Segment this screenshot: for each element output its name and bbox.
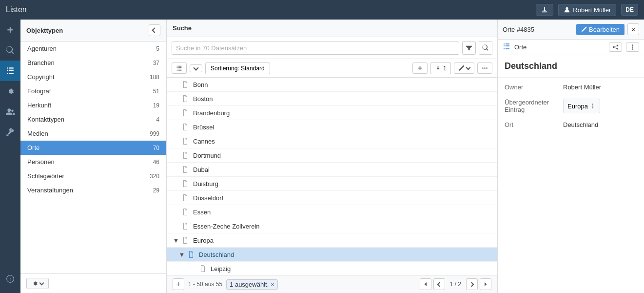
clear-selection-button[interactable]: × [271,281,274,288]
detail-field-dropdown[interactable]: Europa [563,99,600,113]
detail-share-button[interactable] [609,42,622,52]
list-item[interactable]: Düsseldorf [167,191,497,205]
objtype-item[interactable]: Kontakttypen4 [20,112,166,126]
collapse-toggle[interactable]: ▼ [173,237,179,244]
more-button[interactable] [477,63,492,74]
main-layout: Objekttypen Agenturen5Branchen37Copyrigh… [0,20,644,293]
edit-detail-button[interactable]: Bearbeiten [576,24,624,35]
objtype-item[interactable]: Herkunft19 [20,98,166,112]
sidebar-item-people[interactable] [0,102,20,122]
toolbar-right: 1 [412,62,492,74]
objtype-item-count: 999 [150,130,159,137]
objtype-item[interactable]: Copyright188 [20,70,166,84]
objtype-item-label: Veranstaltungen [27,187,73,194]
sidebar-item-add[interactable] [0,20,20,40]
no-toggle [173,180,179,187]
objtype-collapse-button[interactable] [149,24,160,36]
settings-dropdown-button[interactable] [26,278,49,289]
detail-field-dropdown-value: Europa [567,103,588,110]
objtype-item-label: Branchen [27,59,55,66]
list-detail-icon [503,42,510,52]
svg-point-6 [632,48,633,49]
chevron-down-toolbar-button[interactable] [190,64,202,72]
list-item[interactable]: Bonn [167,78,497,92]
objtype-item[interactable]: Fotograf51 [20,84,166,98]
svg-point-0 [566,7,568,10]
list-item[interactable]: Brüssel [167,120,497,134]
list-item[interactable]: Essen-Zeche Zollverein [167,219,497,233]
list-item[interactable]: Brandenburg [167,106,497,120]
sidebar-item-list[interactable] [0,61,20,81]
file-icon [181,109,189,117]
icon-sidebar [0,20,20,293]
no-toggle [173,194,179,201]
objtype-item[interactable]: Personen46 [20,155,166,169]
chevron-down-icon [193,65,198,70]
user-label: Robert Müller [573,6,611,14]
file-icon [181,95,189,103]
list-item-label: Brandenburg [193,109,230,117]
list-item[interactable]: Duisburg [167,177,497,191]
edit-detail-label: Bearbeiten [589,26,620,33]
objtype-item[interactable]: Schlagwörter320 [20,169,166,183]
sort-button[interactable]: Sortierung: Standard [205,63,270,74]
objtype-item-label: Personen [27,158,55,166]
list-item-label: Europa [193,237,214,244]
list-item[interactable]: Leipzig [167,262,497,275]
list-item-label: Deutschland [199,251,234,258]
sidebar-item-tools[interactable] [0,122,20,143]
objtype-panel: Objekttypen Agenturen5Branchen37Copyrigh… [20,20,167,293]
list-item-label: Bonn [193,81,208,88]
list-item-label: Essen [193,209,211,216]
first-page-button[interactable] [420,278,431,290]
search-button[interactable] [479,41,492,55]
sidebar-item-info[interactable] [0,269,20,289]
svg-point-4 [632,44,633,45]
sidebar-item-search[interactable] [0,40,20,61]
download-count-button[interactable]: 1 [430,62,451,74]
file-icon [181,236,189,244]
lang-button[interactable]: DE [621,4,638,16]
file-icon [181,81,189,88]
search-header: Suche [167,20,497,37]
list-item[interactable]: Boston [167,92,497,106]
sidebar-item-settings[interactable] [0,81,20,102]
list-item[interactable]: ▼ Deutschland [167,248,497,262]
objtype-item[interactable]: Veranstaltungen29 [20,183,166,197]
objtype-item-label: Kontakttypen [27,116,64,123]
search-input[interactable] [172,42,459,55]
detail-more-button[interactable] [626,42,639,52]
svg-point-7 [592,104,593,105]
add-record-button[interactable] [412,63,428,74]
add-item-button[interactable]: + [173,278,184,290]
list-item[interactable]: ▼ Europa [167,233,497,248]
collapse-toggle[interactable]: ▼ [178,251,185,258]
objtype-item-label: Fotograf [27,87,51,95]
pagination: 1 / 2 [420,278,491,290]
file-icon [181,166,189,173]
list-item[interactable]: Cannes [167,134,497,148]
detail-close-button[interactable]: × [627,23,639,35]
chevron-down-icon [39,281,44,286]
last-page-button[interactable] [480,278,491,290]
file-icon [181,194,189,202]
list-item[interactable]: Essen [167,205,497,219]
filter-button[interactable] [462,41,476,55]
objtype-item[interactable]: Agenturen5 [20,42,166,56]
list-item[interactable]: Dubai [167,163,497,177]
edit-button[interactable] [454,63,474,74]
objtype-item-label: Schlagwörter [27,172,64,180]
objtype-item[interactable]: Branchen37 [20,56,166,70]
list-view-button[interactable] [172,63,187,74]
no-toggle [173,81,179,88]
objtype-item[interactable]: Medien999 [20,126,166,141]
download-button[interactable] [536,4,553,16]
next-page-button[interactable] [466,278,478,290]
list-item[interactable]: Dortmund [167,148,497,163]
list-item-label: Dortmund [193,152,221,159]
file-icon [181,180,189,188]
prev-page-button[interactable] [433,278,445,290]
user-button[interactable]: Robert Müller [558,4,616,16]
file-icon [187,251,195,258]
objtype-item[interactable]: Orte70 [20,141,166,155]
